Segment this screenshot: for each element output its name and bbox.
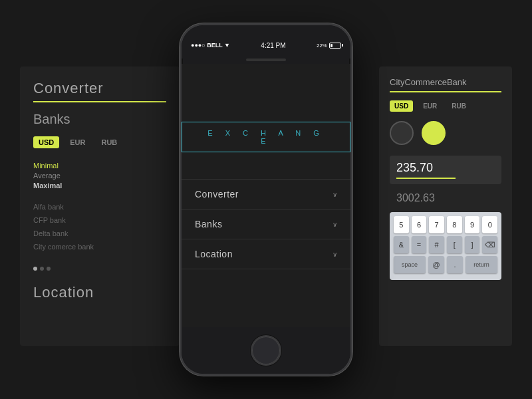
input-bar bbox=[396, 178, 456, 179]
phone-status-bar: ●●●○ BELL ▼ 4:21 PM 22% bbox=[182, 25, 350, 59]
bank-item-alfa[interactable]: Alfa bank bbox=[33, 203, 166, 211]
stats-section: Minimal Average Maximal bbox=[33, 162, 166, 190]
chevron-banks-icon: ∨ bbox=[332, 221, 337, 228]
eur-button[interactable]: EUR bbox=[65, 136, 90, 148]
pagination-dots bbox=[33, 267, 166, 271]
key-open-bracket[interactable]: [ bbox=[447, 236, 462, 253]
menu-item-location[interactable]: Location ∨ bbox=[182, 239, 350, 269]
battery-icon bbox=[329, 43, 341, 49]
exchange-button[interactable]: E X C H A N G E bbox=[182, 122, 350, 152]
menu-item-converter[interactable]: Converter ∨ bbox=[182, 180, 350, 209]
menu-converter-label: Converter bbox=[195, 189, 239, 200]
key-5[interactable]: 5 bbox=[394, 216, 409, 233]
left-panel-currency-buttons: USD EUR RUB bbox=[33, 136, 166, 148]
usd-button[interactable]: USD bbox=[33, 136, 59, 148]
maximal-stat: Maximal bbox=[33, 182, 166, 190]
bank-item-delta[interactable]: Delta bank bbox=[33, 229, 166, 237]
r-usd-button[interactable]: USD bbox=[390, 100, 413, 112]
input-area: 235.70 bbox=[390, 156, 501, 184]
bank-item-cfp[interactable]: CFP bank bbox=[33, 216, 166, 224]
phone-screen: E X C H A N G E Converter ∨ Banks ∨ Loca… bbox=[182, 64, 350, 327]
circle-btn-1[interactable] bbox=[390, 121, 414, 145]
menu-banks-label: Banks bbox=[195, 219, 222, 229]
left-background-panel: Converter Banks USD EUR RUB Minimal Aver… bbox=[20, 66, 180, 346]
key-hash[interactable]: # bbox=[429, 236, 444, 253]
right-panel-divider bbox=[390, 91, 501, 92]
keyboard: 5 6 7 8 9 0 & = # [ ] ⌫ space @ . return bbox=[390, 212, 501, 280]
r-eur-button[interactable]: EUR bbox=[418, 100, 442, 112]
kb-row-3: space @ . return bbox=[394, 256, 497, 273]
key-amp[interactable]: & bbox=[394, 236, 409, 253]
key-at[interactable]: @ bbox=[428, 256, 444, 273]
kb-row-2: & = # [ ] ⌫ bbox=[394, 236, 497, 253]
menu-item-banks[interactable]: Banks ∨ bbox=[182, 209, 350, 239]
kb-row-1: 5 6 7 8 9 0 bbox=[394, 216, 497, 233]
battery-status: 22% bbox=[317, 43, 341, 49]
key-space[interactable]: space bbox=[394, 256, 426, 273]
key-9[interactable]: 9 bbox=[465, 216, 480, 233]
key-eq[interactable]: = bbox=[412, 236, 427, 253]
circle-btn-2[interactable] bbox=[422, 121, 446, 145]
chevron-location-icon: ∨ bbox=[332, 251, 337, 258]
key-6[interactable]: 6 bbox=[412, 216, 427, 233]
right-panel-currency-buttons: USD EUR RUB bbox=[390, 100, 501, 112]
minimal-stat: Minimal bbox=[33, 162, 166, 170]
home-button[interactable] bbox=[251, 335, 281, 366]
chevron-converter-icon: ∨ bbox=[332, 191, 337, 198]
average-stat: Average bbox=[33, 172, 166, 180]
rub-button[interactable]: RUB bbox=[96, 136, 122, 148]
input-value: 235.70 bbox=[396, 161, 495, 175]
bank-list: Alfa bank CFP bank Delta bank City comer… bbox=[33, 203, 166, 251]
left-panel-banks-title: Banks bbox=[33, 112, 166, 127]
key-7[interactable]: 7 bbox=[429, 216, 444, 233]
key-0[interactable]: 0 bbox=[482, 216, 497, 233]
time-display: 4:21 PM bbox=[261, 42, 285, 49]
bank-item-city[interactable]: City comerce bank bbox=[33, 243, 166, 251]
key-8[interactable]: 8 bbox=[447, 216, 462, 233]
battery-percent: 22% bbox=[317, 43, 327, 49]
right-background-panel: CityCommerceBank USD EUR RUB 235.70 3002… bbox=[379, 66, 512, 346]
phone-menu-list: Converter ∨ Banks ∨ Location ∨ bbox=[182, 179, 350, 269]
key-backspace[interactable]: ⌫ bbox=[482, 236, 497, 253]
menu-location-label: Location bbox=[195, 249, 233, 259]
battery-fill bbox=[331, 44, 332, 47]
key-dot[interactable]: . bbox=[447, 256, 463, 273]
dot-1 bbox=[33, 267, 37, 271]
r-rub-button[interactable]: RUB bbox=[447, 100, 471, 112]
phone-frame: ●●●○ BELL ▼ 4:21 PM 22% E X C H A N G E … bbox=[180, 23, 352, 376]
key-close-bracket[interactable]: ] bbox=[465, 236, 480, 253]
left-panel-divider bbox=[33, 101, 166, 102]
dot-3 bbox=[47, 267, 51, 271]
output-value: 3002.63 bbox=[390, 190, 501, 207]
left-panel-location-title: Location bbox=[33, 284, 166, 301]
phone-bottom bbox=[182, 327, 350, 374]
phone-speaker bbox=[246, 59, 286, 61]
right-panel-title: CityCommerceBank bbox=[390, 77, 501, 87]
left-panel-converter-title: Converter bbox=[33, 80, 166, 97]
key-return[interactable]: return bbox=[466, 256, 497, 273]
carrier-signal: ●●●○ BELL ▼ bbox=[191, 42, 230, 49]
dot-2 bbox=[40, 267, 44, 271]
circle-buttons bbox=[390, 121, 501, 145]
